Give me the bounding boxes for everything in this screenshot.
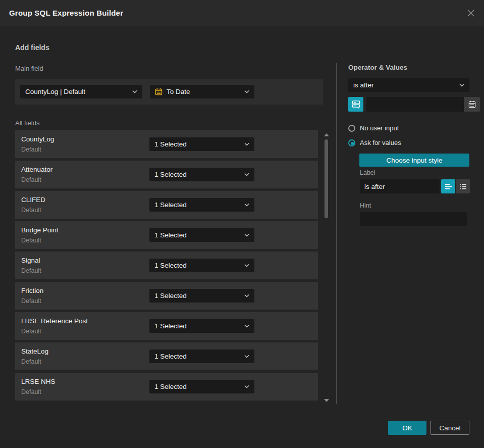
label-input[interactable] [360, 179, 440, 193]
radio-no-user-input[interactable]: No user input [348, 124, 399, 132]
list-scrollbar[interactable] [324, 130, 330, 404]
selected-count: 1 Selected [154, 231, 187, 239]
field-subtitle: Default [21, 237, 41, 244]
group-sql-expression-builder-dialog: Group SQL Expression Builder Add fields … [0, 0, 484, 448]
chevron-down-icon [244, 90, 249, 93]
field-name: Bridge Point [21, 226, 59, 234]
field-row-friction: Friction Default 1 Selected [15, 282, 318, 310]
chevron-down-icon [132, 90, 137, 93]
date-input-group [366, 97, 480, 112]
radio-circle-icon [348, 125, 355, 132]
selected-count: 1 Selected [154, 262, 187, 269]
field-name: Attenuator [21, 166, 52, 173]
scrollbar-thumb[interactable] [325, 139, 328, 218]
main-field-label: Main field [15, 65, 43, 72]
all-fields-list: CountyLog Default 1 Selected Attenuator … [15, 130, 318, 403]
field-selection-dropdown[interactable]: 1 Selected [149, 198, 254, 212]
ok-button[interactable]: OK [388, 421, 426, 435]
main-field-strip: CountyLog | Default To Date [15, 79, 323, 105]
field-name: Signal [21, 257, 40, 264]
selected-count: 1 Selected [154, 171, 187, 178]
field-row-bridge-point: Bridge Point Default 1 Selected [15, 221, 318, 249]
field-row-clifed: CLIFED Default 1 Selected [15, 191, 318, 219]
field-name: LRSE NHS [21, 378, 56, 385]
main-field-select[interactable]: CountyLog | Default [20, 85, 142, 98]
align-left-icon [445, 183, 452, 190]
all-fields-label: All fields [15, 119, 39, 127]
date-value-row [348, 97, 469, 112]
chevron-down-icon [244, 294, 249, 297]
list-style-button[interactable] [456, 179, 470, 193]
chevron-down-icon [244, 203, 249, 207]
field-name: LRSE Reference Post [21, 317, 88, 325]
field-selection-dropdown[interactable]: 1 Selected [149, 259, 254, 272]
radio-ask-for-values[interactable]: Ask for values [348, 139, 401, 146]
chevron-down-icon [244, 142, 249, 146]
choose-input-style-button[interactable]: Choose input style [359, 154, 469, 167]
selected-count: 1 Selected [154, 292, 187, 300]
chevron-down-icon [244, 264, 249, 267]
dialog-header: Group SQL Expression Builder [0, 0, 484, 26]
field-subtitle: Default [21, 358, 41, 365]
field-subtitle: Default [21, 267, 41, 274]
field-subtitle: Default [21, 297, 41, 305]
hint-field-label: Hint [360, 202, 371, 209]
label-field-label: Label [360, 169, 375, 176]
scroll-up-icon[interactable] [324, 133, 329, 136]
add-fields-heading: Add fields [15, 43, 49, 52]
operator-value: is after [353, 81, 374, 89]
field-name: CountyLog [21, 135, 54, 143]
field-selection-dropdown[interactable]: 1 Selected [149, 168, 254, 181]
field-row-lrse-reference-post: LRSE Reference Post Default 1 Selected [15, 312, 318, 340]
selected-count: 1 Selected [154, 201, 187, 209]
radio-label: No user input [360, 124, 399, 132]
field-selection-dropdown[interactable]: 1 Selected [149, 137, 254, 151]
operator-values-heading: Operator & Values [348, 64, 407, 71]
field-selection-dropdown[interactable]: 1 Selected [149, 289, 254, 303]
chevron-down-icon [459, 83, 464, 87]
main-field-date-select[interactable]: To Date [150, 85, 254, 98]
main-field-select-value: CountyLog | Default [25, 88, 85, 95]
cancel-button[interactable]: Cancel [431, 421, 469, 435]
field-selection-dropdown[interactable]: 1 Selected [149, 228, 254, 242]
field-subtitle: Default [21, 207, 41, 214]
main-field-date-value: To Date [167, 88, 190, 95]
calendar-icon [468, 101, 476, 108]
chevron-down-icon [244, 355, 249, 358]
field-row-signal: Signal Default 1 Selected [15, 252, 318, 279]
dialog-title: Group SQL Expression Builder [9, 9, 123, 17]
panel-divider [336, 63, 337, 404]
scroll-down-icon[interactable] [324, 399, 329, 402]
calendar-icon [155, 88, 163, 95]
chevron-down-icon [244, 233, 249, 237]
field-selection-dropdown[interactable]: 1 Selected [149, 350, 254, 363]
radio-selected-icon [348, 139, 355, 146]
field-subtitle: Default [21, 176, 41, 183]
single-value-style-button[interactable] [441, 179, 455, 193]
radio-label: Ask for values [360, 139, 401, 146]
chevron-down-icon [244, 173, 249, 176]
field-subtitle: Default [21, 146, 41, 153]
hint-input[interactable] [360, 212, 467, 226]
field-selection-dropdown[interactable]: 1 Selected [149, 319, 254, 333]
date-picker-button[interactable] [464, 97, 480, 112]
field-subtitle: Default [21, 388, 41, 395]
field-name: StateLog [21, 347, 48, 355]
field-selection-dropdown[interactable]: 1 Selected [149, 380, 254, 393]
field-name: CLIFED [21, 196, 45, 204]
list-icon [459, 183, 467, 190]
selected-count: 1 Selected [154, 322, 187, 330]
stacked-values-icon [352, 100, 360, 109]
selected-count: 1 Selected [154, 140, 187, 148]
field-row-countylog: CountyLog Default 1 Selected [15, 130, 318, 158]
field-row-statelog: StateLog Default 1 Selected [15, 342, 318, 370]
selected-count: 1 Selected [154, 383, 187, 390]
chevron-down-icon [244, 324, 249, 328]
selected-count: 1 Selected [154, 353, 187, 360]
close-button[interactable] [466, 8, 476, 18]
field-subtitle: Default [21, 328, 41, 335]
value-source-button[interactable] [348, 97, 363, 112]
close-icon [467, 9, 475, 17]
operator-select[interactable]: is after [348, 78, 469, 92]
date-value-input[interactable] [366, 97, 464, 112]
